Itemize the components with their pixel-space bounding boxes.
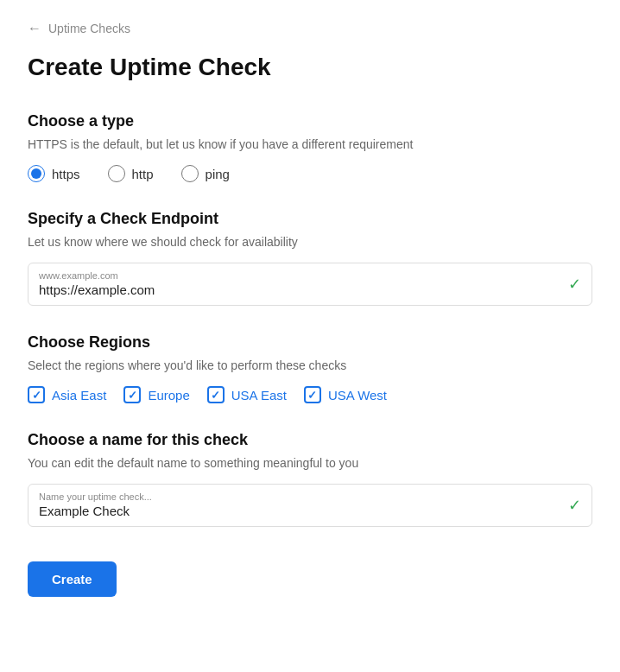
radio-option-https[interactable]: https xyxy=(28,165,80,182)
type-section-description: HTTPS is the default, but let us know if… xyxy=(28,137,592,151)
endpoint-section: Specify a Check Endpoint Let us know whe… xyxy=(28,210,592,306)
checkbox-europe[interactable]: ✓ xyxy=(123,386,141,403)
checkbox-usa-east-label: USA East xyxy=(231,388,287,403)
radio-https-label: https xyxy=(52,167,80,181)
name-check-icon: ✓ xyxy=(568,496,581,515)
endpoint-input[interactable] xyxy=(39,282,557,297)
checkbox-option-europe[interactable]: ✓ Europe xyxy=(123,386,189,403)
checkbox-europe-label: Europe xyxy=(148,388,189,403)
regions-section-description: Select the regions where you'd like to p… xyxy=(28,358,592,372)
endpoint-input-label: www.example.com xyxy=(39,270,557,281)
checkmark-europe-icon: ✓ xyxy=(128,389,137,402)
endpoint-section-title: Specify a Check Endpoint xyxy=(28,210,592,228)
checkbox-option-asia-east[interactable]: ✓ Asia East xyxy=(28,386,106,403)
checkbox-asia-east-label: Asia East xyxy=(52,388,106,403)
regions-section-title: Choose Regions xyxy=(28,333,592,352)
name-section-description: You can edit the default name to somethi… xyxy=(28,456,592,470)
create-button[interactable]: Create xyxy=(28,561,117,597)
back-link-label: Uptime Checks xyxy=(48,22,130,35)
type-section: Choose a type HTTPS is the default, but … xyxy=(28,112,592,182)
radio-option-ping[interactable]: ping xyxy=(181,165,230,182)
radio-ping-label: ping xyxy=(206,167,230,181)
type-section-title: Choose a type xyxy=(28,112,592,130)
checkmark-asia-east-icon: ✓ xyxy=(32,389,41,402)
checkbox-usa-west-label: USA West xyxy=(328,388,387,403)
checkmark-usa-west-icon: ✓ xyxy=(307,389,317,402)
back-arrow-icon: ← xyxy=(28,21,41,36)
checkbox-option-usa-east[interactable]: ✓ USA East xyxy=(207,386,287,403)
checkmark-usa-east-icon: ✓ xyxy=(211,389,220,402)
back-link[interactable]: ← Uptime Checks xyxy=(28,21,592,36)
name-input-wrapper: Name your uptime check... ✓ xyxy=(28,484,592,527)
checkbox-usa-west[interactable]: ✓ xyxy=(304,386,321,403)
page-title: Create Uptime Check xyxy=(28,54,592,81)
checkbox-asia-east[interactable]: ✓ xyxy=(28,386,45,403)
radio-http-label: http xyxy=(132,167,154,181)
name-input[interactable] xyxy=(39,504,557,518)
radio-http[interactable] xyxy=(108,165,125,182)
radio-ping[interactable] xyxy=(181,165,199,182)
type-radio-group: https http ping xyxy=(28,165,592,182)
checkbox-usa-east[interactable]: ✓ xyxy=(207,386,225,403)
endpoint-section-description: Let us know where we should check for av… xyxy=(28,235,592,249)
name-section: Choose a name for this check You can edi… xyxy=(28,431,592,527)
checkbox-option-usa-west[interactable]: ✓ USA West xyxy=(304,386,387,403)
name-input-label: Name your uptime check... xyxy=(39,491,557,502)
regions-checkbox-group: ✓ Asia East ✓ Europe ✓ USA East ✓ USA We… xyxy=(28,386,592,403)
regions-section: Choose Regions Select the regions where … xyxy=(28,333,592,403)
radio-option-http[interactable]: http xyxy=(108,165,154,182)
endpoint-check-icon: ✓ xyxy=(568,275,581,294)
radio-https[interactable] xyxy=(28,165,45,182)
endpoint-input-wrapper: www.example.com ✓ xyxy=(28,263,592,306)
name-section-title: Choose a name for this check xyxy=(28,431,592,449)
